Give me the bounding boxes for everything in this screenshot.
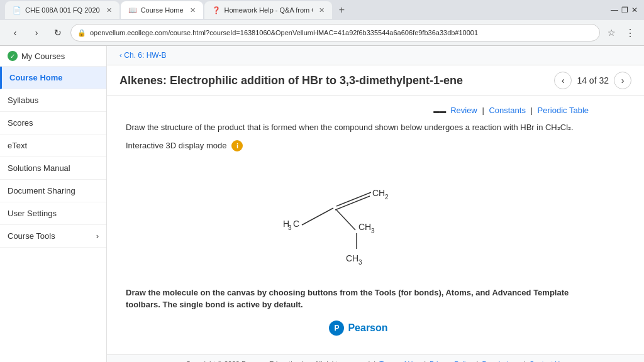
svg-text:3: 3: [358, 259, 362, 266]
molecule-svg: H 3 C CH 2 CH: [264, 173, 453, 274]
sidebar: ✓ My Courses Course Home Syllabus Scores…: [0, 46, 107, 362]
footer-separator-1: |: [424, 360, 428, 363]
back-button[interactable]: ‹: [6, 24, 24, 41]
sidebar-scores-label: Scores: [8, 118, 33, 128]
sidebar-item-document-sharing[interactable]: Document Sharing: [0, 180, 106, 202]
privacy-policy-link[interactable]: Privacy Policy: [430, 360, 472, 363]
my-courses-label: My Courses: [21, 52, 65, 61]
review-link[interactable]: Review: [450, 106, 477, 115]
info-icon[interactable]: i: [231, 140, 243, 151]
svg-text:2: 2: [385, 194, 389, 200]
tab-close-2[interactable]: ✕: [190, 6, 196, 14]
permissions-link[interactable]: Permissions: [482, 360, 520, 363]
tab-course-home[interactable]: 📖 Course Home ✕: [121, 1, 203, 19]
instruction-text: Draw the molecule on the canvas by choos…: [126, 287, 591, 311]
reload-button[interactable]: ↻: [49, 24, 67, 41]
separator-2: |: [531, 106, 533, 115]
display-mode-label: Interactive 3D display mode: [126, 141, 226, 150]
bookmark-icon[interactable]: ☆: [604, 25, 619, 40]
pagination: ‹ 14 of 32 ›: [554, 72, 631, 89]
url-text: openvellum.ecollege.com/course.html?cour…: [90, 29, 478, 36]
svg-line-5: [335, 196, 370, 210]
footer-copyright: Copyright © 2020 Pearson Education Inc. …: [186, 360, 372, 363]
sidebar-user-settings-label: User Settings: [8, 209, 57, 218]
page-counter: 14 of 32: [577, 75, 609, 85]
svg-text:3: 3: [288, 224, 292, 231]
page-title: Alkenes: Electrophilic addition of HBr t…: [119, 74, 463, 87]
sidebar-solutions-label: Solutions Manual: [8, 163, 70, 173]
instruction-body: Draw the molecule on the canvas by choos…: [126, 288, 569, 310]
tab-bar: 📄 CHE 008A 001 FQ 2020 ✕ 📖 Course Home ✕…: [0, 0, 644, 20]
display-mode: Interactive 3D display mode i: [126, 140, 591, 151]
restore-button[interactable]: ❐: [620, 6, 629, 14]
address-bar: ‹ › ↻ 🔒 openvellum.ecollege.com/course.h…: [0, 20, 644, 45]
tab-label-3: Homework Help - Q&A from Onli...: [225, 6, 313, 14]
footer-separator-3: |: [523, 360, 527, 363]
window-controls: — ❐ ✕: [610, 6, 639, 14]
footer-separator-0: |: [374, 360, 377, 363]
question-text: Draw the structure of the product that i…: [126, 121, 591, 134]
tab-favicon-1: 📄: [13, 6, 21, 14]
question-body: Draw the structure of the product that i…: [126, 123, 574, 132]
separator-1: |: [482, 106, 484, 115]
next-page-button[interactable]: ›: [614, 72, 631, 89]
sidebar-course-tools-label: Course Tools: [8, 231, 55, 241]
sidebar-item-user-settings[interactable]: User Settings: [0, 202, 106, 225]
pearson-icon: P: [329, 321, 344, 336]
browser-chrome: 📄 CHE 008A 001 FQ 2020 ✕ 📖 Course Home ✕…: [0, 0, 644, 46]
tab-homework-help[interactable]: ❓ Homework Help - Q&A from Onli... ✕: [204, 1, 332, 19]
sidebar-document-label: Document Sharing: [8, 186, 75, 195]
contact-us-link[interactable]: Contact Us: [529, 360, 563, 363]
footer-separator-2: |: [477, 360, 480, 363]
close-button[interactable]: ✕: [630, 6, 639, 14]
tab-favicon-2: 📖: [128, 6, 137, 14]
breadcrumb-link[interactable]: ‹ Ch. 6: HW-B: [119, 51, 166, 60]
sidebar-item-course-home[interactable]: Course Home: [0, 67, 106, 89]
sidebar-item-scores[interactable]: Scores: [0, 112, 106, 134]
pearson-logo: P Pearson: [126, 321, 591, 336]
svg-line-8: [336, 210, 355, 230]
my-courses-item[interactable]: ✓ My Courses: [0, 46, 106, 67]
sidebar-course-home-label: Course Home: [9, 73, 63, 82]
svg-text:3: 3: [371, 228, 375, 234]
tab-label-2: Course Home: [141, 6, 184, 14]
svg-text:CH: CH: [346, 253, 358, 263]
molecule-container: H 3 C CH 2 CH: [126, 161, 591, 287]
tab-close-1[interactable]: ✕: [106, 6, 112, 14]
svg-line-3: [302, 208, 333, 225]
forward-button[interactable]: ›: [28, 24, 45, 41]
periodic-table-link[interactable]: Periodic Table: [538, 106, 589, 115]
prev-page-button[interactable]: ‹: [554, 72, 572, 89]
breadcrumb: ‹ Ch. 6: HW-B: [107, 46, 644, 65]
content-area: ‹ Ch. 6: HW-B Alkenes: Electrophilic add…: [107, 46, 644, 362]
footer: Copyright © 2020 Pearson Education Inc. …: [107, 354, 644, 363]
toolbar-links: ▬▬ Review | Constants | Periodic Table: [126, 106, 591, 115]
svg-line-4: [336, 192, 371, 206]
sidebar-item-etext[interactable]: eText: [0, 134, 106, 157]
url-input[interactable]: 🔒 openvellum.ecollege.com/course.html?co…: [70, 24, 600, 41]
sidebar-item-solutions-manual[interactable]: Solutions Manual: [0, 157, 106, 180]
bar-chart-icon: ▬▬: [433, 107, 448, 114]
tab-close-3[interactable]: ✕: [319, 6, 325, 14]
svg-text:C: C: [293, 219, 299, 229]
tab-che[interactable]: 📄 CHE 008A 001 FQ 2020 ✕: [5, 1, 119, 19]
extensions-icon[interactable]: ⋮: [623, 25, 638, 40]
pearson-name: Pearson: [348, 322, 387, 334]
sidebar-item-syllabus[interactable]: Syllabus: [0, 89, 106, 112]
sidebar-etext-label: eText: [8, 141, 27, 150]
new-tab-button[interactable]: +: [333, 1, 351, 19]
sidebar-item-course-tools[interactable]: Course Tools ›: [0, 225, 106, 248]
my-courses-icon: ✓: [8, 51, 18, 61]
tab-label-1: CHE 008A 001 FQ 2020: [25, 6, 100, 14]
main-container: ✓ My Courses Course Home Syllabus Scores…: [0, 46, 644, 362]
svg-text:CH: CH: [372, 188, 385, 198]
svg-text:CH: CH: [358, 222, 371, 232]
terms-of-use-link[interactable]: Terms of Use: [379, 360, 420, 363]
question-area: ▬▬ Review | Constants | Periodic Table D…: [107, 96, 610, 354]
chevron-right-icon: ›: [96, 231, 99, 241]
sidebar-syllabus-label: Syllabus: [8, 96, 38, 105]
page-header: Alkenes: Electrophilic addition of HBr t…: [107, 65, 644, 96]
constants-link[interactable]: Constants: [489, 106, 526, 115]
minimize-button[interactable]: —: [610, 6, 619, 14]
tab-favicon-3: ❓: [212, 6, 221, 14]
